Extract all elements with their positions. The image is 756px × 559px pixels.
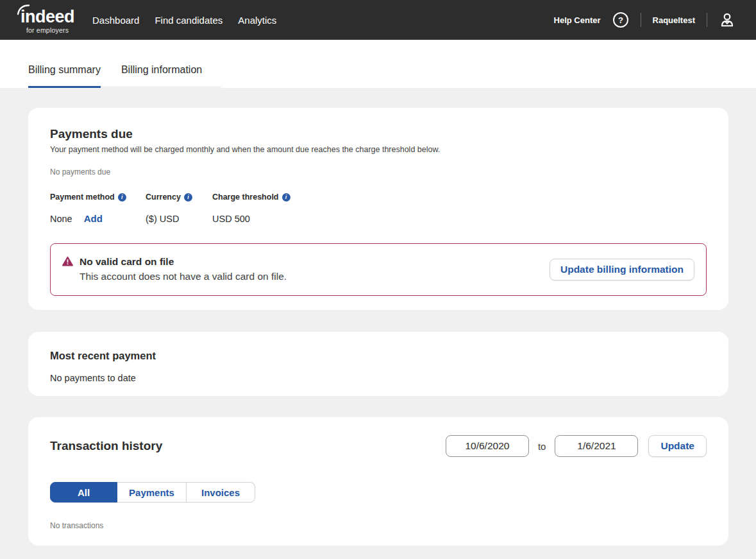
column-header-payment-method: Payment method i (50, 193, 146, 202)
warning-triangle-icon (62, 256, 73, 269)
alert-text-block: No valid card on file This account does … (80, 255, 287, 284)
alert-message: This account does not have a valid card … (80, 270, 287, 284)
nav-item-dashboard[interactable]: Dashboard (92, 10, 139, 31)
payments-due-title: Payments due (50, 127, 707, 141)
main-content: Payments due Your payment method will be… (0, 108, 756, 546)
currency-header-label: Currency (146, 193, 181, 202)
payment-method-cell: None Add (50, 213, 146, 224)
most-recent-payment-status: No payments to date (50, 373, 707, 383)
no-transactions-status: No transactions (50, 521, 707, 530)
top-navigation: indeed for employers Dashboard Find cand… (0, 0, 756, 40)
filter-payments[interactable]: Payments (117, 482, 187, 503)
alert-title: No valid card on file (80, 255, 287, 268)
nav-item-find-candidates[interactable]: Find candidates (155, 10, 223, 31)
column-header-charge-threshold: Charge threshold i (212, 193, 707, 202)
indeed-logo[interactable]: indeed for employers (21, 6, 74, 34)
help-center-link[interactable]: Help Center (554, 15, 601, 25)
payment-method-info-icon[interactable]: i (118, 193, 126, 202)
payments-due-description: Your payment method will be charged mont… (50, 145, 707, 154)
date-range-to-label: to (538, 441, 546, 452)
nav-divider (641, 13, 641, 27)
column-header-currency: Currency i (146, 193, 212, 202)
payments-due-status: No payments due (50, 168, 707, 176)
currency-value: ($) USD (146, 214, 212, 224)
charge-threshold-header-label: Charge threshold (212, 193, 279, 202)
payments-table-row: None Add ($) USD USD 500 (50, 213, 707, 224)
tab-row: Billing summary Billing information (28, 40, 221, 88)
billing-tabbar: Billing summary Billing information (0, 40, 756, 88)
logo-tagline: for employers (21, 26, 74, 34)
update-billing-information-button[interactable]: Update billing information (550, 259, 694, 280)
tab-billing-information[interactable]: Billing information (121, 47, 202, 86)
date-range-controls: to Update (446, 435, 707, 457)
most-recent-payment-title: Most recent payment (50, 350, 707, 362)
transaction-filter-segmented-control: All Payments Invoices (50, 482, 255, 503)
nav-item-analytics[interactable]: Analytics (238, 10, 276, 31)
filter-all[interactable]: All (50, 482, 117, 503)
add-payment-method-link[interactable]: Add (84, 213, 103, 224)
filter-invoices[interactable]: Invoices (187, 482, 255, 503)
payments-table-header: Payment method i Currency i Charge thres… (50, 193, 707, 202)
payment-method-value: None (50, 214, 72, 224)
transaction-history-card: Transaction history to Update All Paymen… (28, 417, 728, 546)
transaction-history-title: Transaction history (50, 439, 162, 453)
account-username[interactable]: Raqueltest (653, 15, 695, 25)
no-valid-card-alert: No valid card on file This account does … (50, 243, 707, 296)
account-person-icon[interactable] (719, 12, 735, 28)
primary-nav: Dashboard Find candidates Analytics (92, 10, 276, 31)
update-date-range-button[interactable]: Update (648, 435, 707, 457)
charge-threshold-value: USD 500 (212, 214, 707, 224)
logo-swoosh-icon (17, 4, 31, 15)
date-to-input[interactable] (555, 435, 638, 457)
date-from-input[interactable] (446, 435, 529, 457)
tab-rest-underline: Billing information (101, 47, 221, 88)
nav-divider (707, 13, 707, 27)
payments-due-card: Payments due Your payment method will be… (28, 108, 728, 310)
most-recent-payment-card: Most recent payment No payments to date (28, 332, 728, 396)
svg-text:?: ? (618, 15, 623, 25)
help-question-icon[interactable]: ? (612, 12, 629, 28)
charge-threshold-info-icon[interactable]: i (282, 193, 290, 202)
transaction-history-header: Transaction history to Update (50, 435, 707, 457)
nav-right-section: Help Center ? Raqueltest (554, 12, 735, 28)
currency-info-icon[interactable]: i (184, 193, 192, 202)
payment-method-header-label: Payment method (50, 193, 115, 202)
tab-billing-summary[interactable]: Billing summary (28, 47, 101, 88)
